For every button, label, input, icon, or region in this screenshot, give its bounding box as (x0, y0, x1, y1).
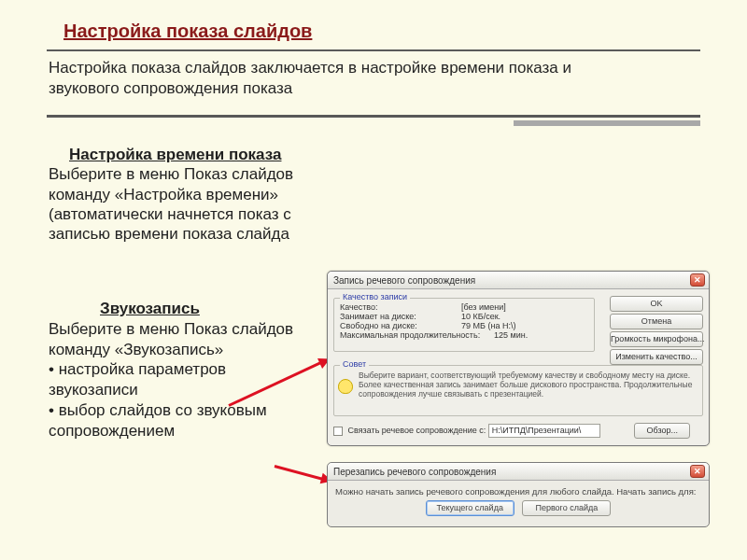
max-duration-label: Максимальная продолжительность: (340, 330, 494, 340)
first-slide-button[interactable]: Первого слайда (522, 500, 611, 516)
arrow-to-rerecord-dialog (275, 465, 326, 468)
tip-legend: Совет (340, 359, 369, 369)
cancel-button[interactable]: Отмена (610, 314, 703, 329)
dialog2-titlebar[interactable]: Перезапись речевого сопровождения ✕ (328, 463, 709, 481)
mic-volume-button[interactable]: Громкость микрофона... (610, 331, 703, 347)
change-quality-button[interactable]: Изменить качество... (610, 349, 703, 365)
rerecord-narration-dialog: Перезапись речевого сопровождения ✕ Можн… (327, 462, 710, 527)
arrow-to-record-dialog (229, 404, 330, 407)
dialog2-title: Перезапись речевого сопровождения (333, 467, 496, 477)
intro-text: Настройка показа слайдов заключается в н… (49, 58, 571, 99)
quality-group-legend: Качество записи (340, 292, 410, 301)
section-audio-body: Выберите в меню Показ слайдов команду «З… (49, 320, 293, 358)
link-row: Связать речевое сопровождение с: H:\ИТПД… (333, 421, 703, 441)
current-slide-button[interactable]: Текущего слайда (426, 500, 514, 516)
quality-label: Качество: (340, 302, 461, 312)
section-audio: Звукозапись Выберите в меню Показ слайдо… (49, 299, 319, 441)
tip-text: Выберите вариант, соответствующий требуе… (359, 371, 702, 399)
title-underline (47, 49, 700, 51)
dialog-titlebar[interactable]: Запись речевого сопровождения ✕ (328, 272, 709, 289)
lightbulb-icon (338, 379, 353, 394)
quality-value: [без имени] (461, 302, 506, 312)
divider-main (47, 115, 700, 118)
close-icon[interactable]: ✕ (690, 273, 705, 287)
dialog-title: Запись речевого сопровождения (333, 275, 475, 286)
disk-usage-label: Занимает на диске: (340, 312, 461, 321)
close-icon[interactable]: ✕ (690, 465, 705, 478)
disk-usage-value: 10 КБ/сек. (461, 312, 500, 321)
link-label: Связать речевое сопровождение с: (348, 426, 486, 435)
section-timing-heading: Настройка времени показа (69, 145, 319, 164)
record-narration-dialog: Запись речевого сопровождения ✕ Качество… (327, 271, 710, 446)
page-title: Настройка показа слайдов (63, 21, 312, 42)
ok-button[interactable]: OK (610, 296, 703, 312)
divider-accent (514, 120, 700, 126)
free-space-value: 79 МБ (на H:\) (461, 321, 515, 330)
browse-button[interactable]: Обзор... (634, 423, 690, 439)
max-duration-value: 125 мин. (494, 330, 528, 340)
link-checkbox[interactable] (333, 427, 343, 436)
section-audio-heading: Звукозапись (100, 299, 319, 319)
free-space-label: Свободно на диске: (340, 321, 461, 330)
dialog2-body-text: Можно начать запись речевого сопровожден… (335, 486, 701, 497)
section-audio-bullet1: • настройка параметров звукозаписи (49, 360, 226, 399)
section-timing-body: Выберите в меню Показ слайдов команду «Н… (49, 165, 293, 243)
link-path-field[interactable]: H:\ИТПД\Презентации\ (488, 424, 600, 438)
section-timing: Настройка времени показа Выберите в меню… (49, 145, 319, 244)
